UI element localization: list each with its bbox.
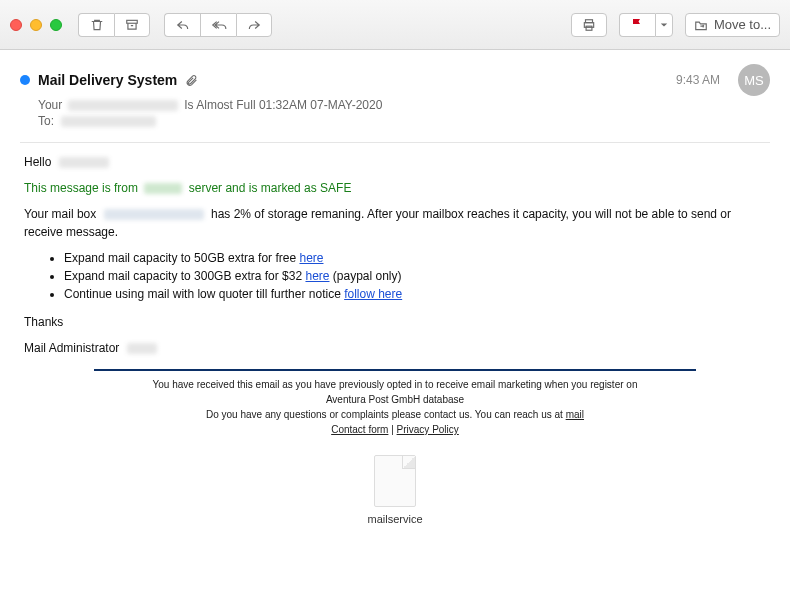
file-icon [374,455,416,507]
thanks-line: Thanks [24,313,766,331]
forward-button[interactable] [236,13,272,37]
message-body: Hello This message is from server and is… [20,153,770,528]
footer: You have received this email as you have… [24,377,766,437]
print-button[interactable] [571,13,607,37]
subject-line: Your Is Almost Full 01:32AM 07-MAY-2020 [38,98,770,112]
footer-links: Contact form | Privacy Policy [24,422,766,437]
flag-icon [631,18,643,32]
maximize-window-button[interactable] [50,19,62,31]
flag-group [619,13,673,37]
message-header: Mail Delivery System 9:43 AM MS [20,64,770,96]
redacted-name [59,157,109,168]
redacted-admin [127,343,157,354]
close-window-button[interactable] [10,19,22,31]
reply-icon [176,19,190,31]
unread-indicator [20,75,30,85]
footer-separator [94,369,696,371]
expand-50gb-link[interactable]: here [299,251,323,265]
privacy-policy-link[interactable]: Privacy Policy [397,424,459,435]
svg-rect-0 [127,20,138,23]
reply-all-icon [211,19,227,31]
folder-move-icon [694,19,708,31]
subject-suffix: Is Almost Full 01:32AM 07-MAY-2020 [184,98,382,112]
chevron-down-icon [660,21,668,29]
titlebar: Move to... [0,0,790,50]
footer-line-1: You have received this email as you have… [24,377,766,392]
message-viewer: Mail Delivery System 9:43 AM MS Your Is … [0,50,790,538]
delete-button[interactable] [78,13,114,37]
printer-icon [582,18,596,32]
list-item: Continue using mail with low quoter till… [64,285,766,303]
signoff: Mail Administrator [24,339,766,357]
list-item: Expand mail capacity to 300GB extra for … [64,267,766,285]
list-item: Expand mail capacity to 50GB extra for f… [64,249,766,267]
redacted-server [144,183,182,194]
header-separator [20,142,770,143]
toolbar-reply-group [164,13,272,37]
subject-prefix: Your [38,98,62,112]
window-controls [10,19,62,31]
reply-all-button[interactable] [200,13,236,37]
redacted-address [68,100,178,111]
trash-icon [90,18,104,32]
redacted-to [61,116,156,127]
expand-300gb-link[interactable]: here [305,269,329,283]
message-time: 9:43 AM [676,73,720,87]
avatar: MS [738,64,770,96]
sender-name: Mail Delivery System [38,72,177,88]
toolbar-delete-group [78,13,150,37]
archive-button[interactable] [114,13,150,37]
minimize-window-button[interactable] [30,19,42,31]
moveto-label: Move to... [714,17,771,32]
moveto-button[interactable]: Move to... [685,13,780,37]
attachment-preview[interactable]: mailservice [24,455,766,528]
contact-form-link[interactable]: Contact form [331,424,388,435]
flag-menu-button[interactable] [655,13,673,37]
redacted-mailbox [104,209,204,220]
to-label: To: [38,114,54,128]
forward-icon [247,19,261,31]
options-list: Expand mail capacity to 50GB extra for f… [64,249,766,303]
flag-button[interactable] [619,13,655,37]
greeting: Hello [24,153,766,171]
footer-line-3: Do you have any questions or complaints … [24,407,766,422]
mail-link[interactable]: mail [566,409,584,420]
storage-warning: Your mail box has 2% of storage remaning… [24,205,766,241]
archive-icon [125,18,139,32]
attachment-icon [185,74,198,87]
footer-line-2: Aventura Post GmbH database [24,392,766,407]
continue-link[interactable]: follow here [344,287,402,301]
reply-button[interactable] [164,13,200,37]
attachment-filename: mailservice [24,511,766,528]
to-line: To: [38,114,770,128]
safe-banner: This message is from server and is marke… [24,179,766,197]
